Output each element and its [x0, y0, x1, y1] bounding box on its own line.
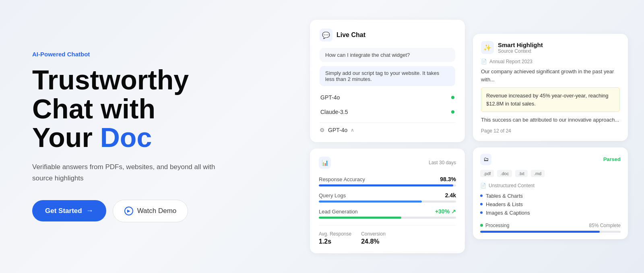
model-row-claude: Claude-3.5	[320, 106, 455, 118]
status-dot-gpt4o	[451, 96, 454, 99]
live-chat-header: 💬 Live Chat	[320, 29, 455, 41]
sh-footer: This success can be attributed to our in…	[481, 116, 620, 124]
file-tag-doc: .doc	[497, 170, 512, 177]
cta-group: Get Started → ▶ Watch Demo	[32, 200, 270, 222]
file-types: .pdf .doc .txt .md	[480, 170, 621, 177]
processing-dot	[480, 224, 483, 227]
smart-highlight-card: ✨ Smart Highlight Source Context 📄 Annua…	[473, 34, 628, 141]
accuracy-bar	[319, 184, 456, 186]
list-item: Tables & Charts	[480, 192, 621, 200]
left-panel-col: 💬 Live Chat How can I integrate the chat…	[310, 20, 465, 253]
sh-header: ✨ Smart Highlight Source Context	[481, 41, 620, 54]
unstructured-label: 📄 Unstructured Content	[480, 183, 621, 188]
query-bar	[319, 201, 456, 203]
processing-bar	[480, 231, 621, 233]
chat-icon: 💬	[320, 29, 332, 41]
chevron-up-icon: ∧	[351, 127, 354, 133]
parsed-header: 🗂 Parsed	[480, 154, 621, 165]
parsed-card: 🗂 Parsed .pdf .doc .txt .md 📄 Unstructur…	[473, 147, 628, 239]
processing-percent: 85% Complete	[589, 223, 621, 228]
status-dot-claude	[451, 110, 454, 114]
stat-response-accuracy: Response Accuracy 98.3%	[319, 176, 456, 186]
chat-question: How can I integrate the chat widget?	[320, 48, 455, 62]
settings-icon: ⚙	[320, 127, 325, 133]
avg-response-stat: Avg. Response 1.2s	[319, 231, 351, 245]
bullet-dot	[480, 211, 483, 214]
sh-body: Our company achieved significant growth …	[481, 68, 620, 83]
get-started-button[interactable]: Get Started →	[32, 200, 106, 221]
list-item: Images & Captions	[480, 209, 621, 217]
hero-title: Trustworthy Chat with Your Doc	[32, 66, 270, 152]
lead-bar	[319, 217, 456, 219]
sh-source: 📄 Annual Report 2023	[481, 59, 620, 64]
stats-card: 📊 Last 30 days Response Accuracy 98.3% Q…	[310, 149, 465, 253]
right-panel-col: ✨ Smart Highlight Source Context 📄 Annua…	[473, 34, 628, 239]
file-tag-txt: .txt	[515, 170, 528, 177]
hero-section: AI-Powered Chatbot Trustworthy Chat with…	[0, 27, 302, 246]
model-list: GPT-4o Claude-3.5 ⚙ GPT-4o ∧	[320, 92, 455, 133]
stats-period: Last 30 days	[429, 160, 456, 165]
file-tag-md: .md	[531, 170, 545, 177]
parsed-status: Parsed	[603, 156, 621, 162]
conversion-stat: Conversion 24.8%	[361, 231, 386, 245]
live-chat-title: Live Chat	[336, 31, 365, 39]
stats-header: 📊 Last 30 days	[319, 157, 456, 169]
hero-badge: AI-Powered Chatbot	[32, 51, 270, 58]
bullet-dot	[480, 203, 483, 205]
file-tag-pdf: .pdf	[480, 170, 494, 177]
stats-icon: 📊	[319, 157, 331, 169]
hero-subtitle: Verifiable answers from PDFs, websites, …	[32, 161, 225, 183]
parsed-icon: 🗂	[480, 154, 491, 165]
arrow-icon: →	[86, 207, 93, 215]
stat-lead-generation: Lead Generation +30% ↗	[319, 208, 456, 219]
page-info: Page 12 of 24	[481, 128, 620, 134]
stats-footer: Avg. Response 1.2s Conversion 24.8%	[319, 225, 456, 245]
chat-answer: Simply add our script tag to your websit…	[320, 66, 455, 86]
model-selector[interactable]: ⚙ GPT-4o ∧	[320, 122, 455, 133]
processing-label: Processing	[480, 223, 509, 228]
processing-row: Processing 85% Complete	[480, 223, 621, 228]
unstructured-icon: 📄	[480, 183, 486, 188]
list-item: Headers & Lists	[480, 200, 621, 209]
bullet-dot	[480, 194, 483, 197]
play-icon: ▶	[124, 207, 133, 215]
panels-section: 💬 Live Chat How can I integrate the chat…	[302, 0, 644, 273]
highlight-icon: ✨	[481, 41, 494, 54]
live-chat-card: 💬 Live Chat How can I integrate the chat…	[310, 20, 465, 142]
highlight-box: Revenue increased by 45% year-over-year,…	[481, 87, 620, 112]
stat-query-logs: Query Logs 2.4k	[319, 192, 456, 203]
watch-demo-button[interactable]: ▶ Watch Demo	[113, 200, 188, 222]
model-row-gpt4o: GPT-4o	[320, 92, 455, 103]
doc-icon: 📄	[481, 59, 487, 64]
feature-list: Tables & Charts Headers & Lists Images &…	[480, 192, 621, 217]
